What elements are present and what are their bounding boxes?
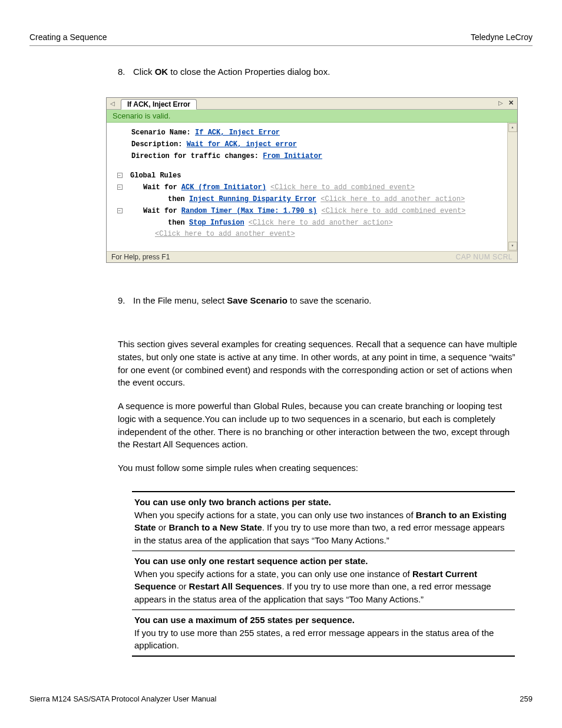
scrollbar[interactable]: ▴ ▾: [507, 123, 517, 251]
scenario-body: Scenario Name: If ACK, Inject Error Desc…: [107, 123, 507, 251]
close-icon[interactable]: ✕: [508, 99, 514, 107]
paragraph: A sequence is more powerful than Global …: [118, 400, 533, 451]
event-link[interactable]: ACK (from Initiator): [181, 183, 266, 192]
status-indicators: CAP NUM SCRL: [456, 253, 513, 261]
rule-2-event: − Wait for Random Timer (Max Time: 1.790…: [113, 206, 501, 218]
rule-cell-3: You can use a maximum of 255 states per …: [132, 610, 515, 655]
add-combined-event[interactable]: <Click here to add combined event>: [321, 207, 465, 215]
add-action[interactable]: <Click here to add another action>: [249, 219, 393, 227]
scenario-tab[interactable]: If ACK, Inject Error: [121, 99, 197, 110]
collapse-icon[interactable]: −: [117, 208, 123, 213]
nav-prev-icon[interactable]: ◁: [110, 100, 115, 107]
tab-bar: ◁ If ACK, Inject Error ▷ ✕: [107, 98, 517, 110]
scroll-down-icon[interactable]: ▾: [508, 242, 517, 251]
header-right: Teledyne LeCroy: [471, 32, 533, 42]
rules-table: You can use only two branch actions per …: [132, 491, 515, 657]
add-action[interactable]: <Click here to add another action>: [320, 195, 465, 203]
status-help: For Help, press F1: [111, 253, 170, 261]
action-link[interactable]: Inject Running Disparity Error: [189, 195, 316, 203]
step-text: In the File menu, select Save Scenario t…: [133, 295, 371, 305]
rule-2-action: then Stop Infusion <Click here to add an…: [113, 218, 501, 229]
collapse-icon[interactable]: −: [117, 173, 123, 178]
collapse-icon[interactable]: −: [117, 185, 123, 190]
paragraph: You must follow some simple rules when c…: [118, 462, 533, 475]
page-footer: Sierra M124 SAS/SATA Protocol Analyzer U…: [29, 694, 533, 703]
rule-cell-2: You can use only one restart sequence ac…: [132, 551, 515, 610]
rule-1-event: − Wait for ACK (from Initiator) <Click h…: [113, 182, 501, 194]
page-number: 259: [520, 694, 533, 703]
direction-link[interactable]: From Initiator: [263, 152, 322, 160]
status-bar: For Help, press F1 CAP NUM SCRL: [107, 251, 517, 262]
add-combined-event[interactable]: <Click here to add combined event>: [270, 183, 415, 192]
add-event[interactable]: <Click here to add another event>: [155, 230, 295, 238]
scenario-name-link[interactable]: If ACK, Inject Error: [195, 129, 280, 137]
paragraph: This section gives several examples for …: [118, 338, 533, 389]
validation-bar: Scenario is valid.: [107, 110, 517, 123]
global-rules-row: − Global Rules: [113, 170, 501, 182]
step-8: 8. Click OK to close the Action Properti…: [118, 67, 521, 77]
step-number: 9.: [118, 295, 133, 305]
step-text: Click OK to close the Action Properties …: [133, 67, 330, 77]
nav-next-icon[interactable]: ▷: [498, 100, 503, 106]
direction-row: Direction for traffic changes: From Init…: [131, 151, 501, 163]
rule-cell-1: You can use only two branch actions per …: [132, 492, 515, 551]
event-link[interactable]: Random Timer (Max Time: 1.790 s): [181, 207, 317, 215]
rule-1-action: then Inject Running Disparity Error <Cli…: [113, 194, 501, 206]
scroll-up-icon[interactable]: ▴: [508, 123, 517, 132]
add-event-row: <Click here to add another event>: [113, 229, 501, 241]
step-number: 8.: [118, 67, 133, 77]
action-link[interactable]: Stop Infusion: [189, 219, 244, 227]
scenario-name-row: Scenario Name: If ACK, Inject Error: [131, 127, 501, 139]
header-left: Creating a Sequence: [29, 32, 107, 42]
footer-title: Sierra M124 SAS/SATA Protocol Analyzer U…: [29, 694, 216, 703]
step-9: 9. In the File menu, select Save Scenari…: [118, 295, 521, 305]
page-header: Creating a Sequence Teledyne LeCroy: [29, 32, 533, 46]
description-row: Description: Wait for ACK, inject error: [131, 139, 501, 151]
description-link[interactable]: Wait for ACK, inject error: [187, 140, 297, 149]
embedded-screenshot: ◁ If ACK, Inject Error ▷ ✕ Scenario is v…: [106, 97, 518, 263]
